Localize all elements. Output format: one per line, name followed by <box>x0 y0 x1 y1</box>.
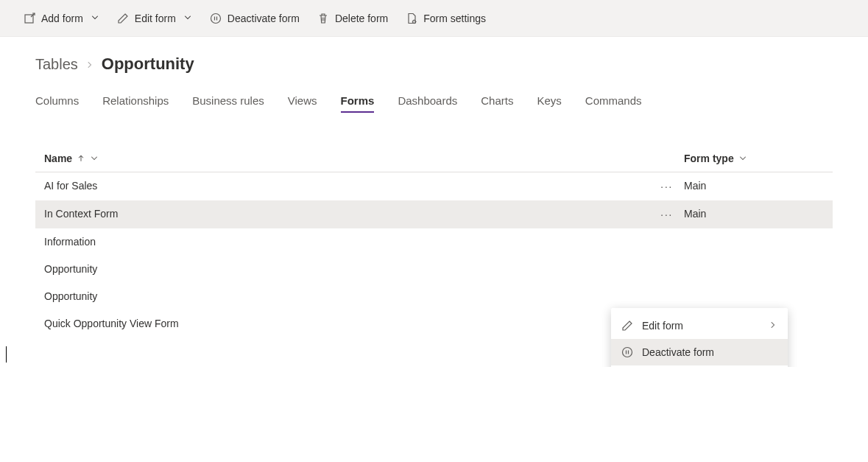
tab-keys[interactable]: Keys <box>537 94 561 113</box>
form-settings-button[interactable]: Form settings <box>406 13 486 24</box>
chevron-right-icon <box>769 320 777 332</box>
row-more-actions <box>660 290 684 302</box>
menu-edit-form-label: Edit form <box>642 320 683 332</box>
row-form-type: Main <box>684 180 824 192</box>
table-row[interactable]: AI for Sales···Main <box>35 172 833 200</box>
pencil-icon <box>621 320 633 332</box>
trash-icon <box>317 13 329 24</box>
add-form-button[interactable]: Add form <box>24 13 99 24</box>
chevron-right-icon <box>85 59 94 72</box>
menu-edit-form[interactable]: Edit form <box>611 312 788 339</box>
command-bar: Add form Edit form Deactivate form Delet… <box>0 0 868 37</box>
row-form-type: Main <box>684 208 824 220</box>
table-header: Name Form type <box>35 147 833 172</box>
text-cursor <box>6 346 7 363</box>
row-more-actions[interactable]: ··· <box>660 208 684 220</box>
table-row[interactable]: In Context Form···Main <box>35 200 833 228</box>
table-row[interactable]: Information <box>35 228 833 256</box>
delete-form-label: Delete form <box>335 13 388 24</box>
column-header-form-type[interactable]: Form type <box>684 153 824 164</box>
row-form-type <box>684 290 824 302</box>
row-name: Opportunity <box>44 263 660 275</box>
row-name: Quick Opportunity View Form <box>44 318 660 329</box>
deactivate-form-button[interactable]: Deactivate form <box>210 13 300 24</box>
pause-circle-icon <box>210 13 222 24</box>
column-header-name[interactable]: Name <box>44 153 660 164</box>
edit-form-label: Edit form <box>135 13 176 24</box>
sort-ascending-icon <box>77 154 85 163</box>
menu-deactivate-form[interactable]: Deactivate form <box>611 339 788 365</box>
breadcrumb-current: Opportunity <box>102 55 194 74</box>
row-form-type <box>684 236 824 248</box>
row-more-actions[interactable]: ··· <box>660 180 684 192</box>
pause-circle-icon <box>621 346 633 358</box>
column-header-name-label: Name <box>44 153 72 164</box>
edit-form-button[interactable]: Edit form <box>117 13 192 24</box>
tab-relationships[interactable]: Relationships <box>102 94 169 113</box>
row-more-actions <box>660 263 684 275</box>
tab-views[interactable]: Views <box>288 94 317 113</box>
chevron-down-icon <box>183 13 192 24</box>
tab-columns[interactable]: Columns <box>35 94 79 113</box>
tab-commands[interactable]: Commands <box>585 94 642 113</box>
add-form-icon <box>24 13 35 24</box>
tab-dashboards[interactable]: Dashboards <box>398 94 457 113</box>
pencil-icon <box>117 13 129 24</box>
delete-form-button[interactable]: Delete form <box>317 13 388 24</box>
table-row[interactable]: Opportunity <box>35 283 833 310</box>
row-name: Opportunity <box>44 290 660 302</box>
table-row[interactable]: Opportunity <box>35 256 833 283</box>
row-more-actions <box>660 236 684 248</box>
row-form-type <box>684 263 824 275</box>
menu-deactivate-form-label: Deactivate form <box>642 346 714 358</box>
add-form-label: Add form <box>41 13 83 24</box>
menu-delete-form[interactable]: Delete form <box>611 365 788 367</box>
column-header-form-type-label: Form type <box>684 153 734 164</box>
row-context-menu: Edit form Deactivate form Delete form Fo… <box>611 308 788 367</box>
tabs: ColumnsRelationshipsBusiness rulesViewsF… <box>35 94 833 113</box>
page-gear-icon <box>406 13 417 24</box>
tab-charts[interactable]: Charts <box>481 94 513 113</box>
page-content: Tables Opportunity ColumnsRelationshipsB… <box>0 37 868 367</box>
breadcrumb-root[interactable]: Tables <box>35 56 78 73</box>
chevron-down-icon <box>90 154 99 163</box>
row-name: In Context Form <box>44 208 660 220</box>
breadcrumb: Tables Opportunity <box>35 55 833 74</box>
chevron-down-icon <box>91 13 99 24</box>
tab-forms[interactable]: Forms <box>341 94 375 113</box>
tab-business-rules[interactable]: Business rules <box>192 94 264 113</box>
chevron-down-icon <box>738 154 747 163</box>
deactivate-form-label: Deactivate form <box>227 13 300 24</box>
row-name: Information <box>44 236 660 248</box>
form-settings-label: Form settings <box>423 13 486 24</box>
row-name: AI for Sales <box>44 180 660 192</box>
